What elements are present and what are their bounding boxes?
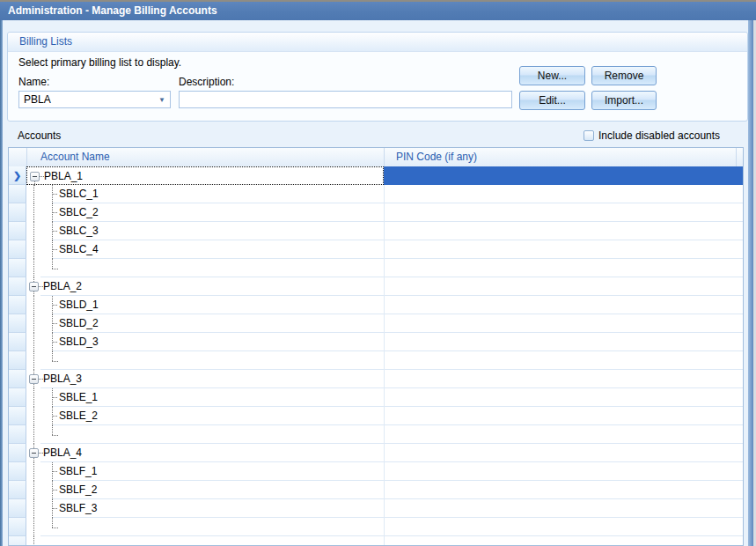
row-content [26,518,743,536]
row-indicator-cell [9,240,26,259]
tree-line [53,231,57,232]
account-name-label: SBLE_2 [59,407,98,425]
instruction-label: Select primary billing list to display. [18,56,181,69]
row-indicator-cell [9,462,26,481]
collapse-icon[interactable] [30,172,40,181]
tree-row-SBLC_3[interactable]: SBLC_3 [9,222,743,240]
grid-indicator-header-cell [9,148,27,166]
account-name-label: PBLA_4 [43,444,82,462]
row-content: PBLA_3 [26,370,743,388]
row-content [26,425,743,444]
column-header-pin-code[interactable]: PIN Code (if any) [390,148,477,166]
account-name-label: SBLE_1 [59,388,98,407]
include-disabled-accounts-label[interactable]: Include disabled accounts [598,129,720,142]
tree-line [33,314,34,333]
account-name-label: SBLC_3 [59,222,99,240]
row-indicator-cell [9,314,26,333]
row-content: SBLF_3 [26,499,743,518]
chevron-down-icon[interactable]: ▼ [158,96,165,104]
tree-line [33,499,34,518]
tree-line [53,342,57,343]
tree-row-PBLA_1[interactable]: ❯PBLA_1 [9,166,743,185]
tree-line [33,388,34,407]
row-indicator-cell [9,481,26,499]
column-header-account-name[interactable]: Account Name [33,148,385,166]
tree-line [52,518,53,528]
tree-row-PBLA_2[interactable]: PBLA_2 [9,277,743,296]
tree-line [52,361,58,362]
tree-row[interactable] [9,425,743,444]
billing-lists-groupbox: Billing Lists Select primary billing lis… [7,32,748,122]
collapse-icon[interactable] [29,448,39,458]
account-name-label: SBLD_3 [59,333,99,351]
tree-line [52,351,53,361]
tree-row-SBLE_2[interactable]: SBLE_2 [9,407,743,425]
manage-billing-accounts-window: Administration - Manage Billing Accounts… [0,0,756,546]
row-content: SBLC_2 [26,203,743,222]
account-name-label: SBLF_2 [59,481,97,499]
account-name-label: PBLA_2 [43,277,82,296]
row-content [26,536,743,545]
collapse-icon[interactable] [29,374,39,384]
new-button[interactable]: New... [519,66,585,85]
remove-button[interactable]: Remove [591,66,657,85]
tree-row-SBLD_1[interactable]: SBLD_1 [9,296,743,314]
selected-pin-cell[interactable] [384,166,743,185]
tree-row-SBLD_3[interactable]: SBLD_3 [9,333,743,351]
tree-row-SBLE_1[interactable]: SBLE_1 [9,388,743,407]
tree-row[interactable] [9,518,743,536]
import-button[interactable]: Import... [591,91,657,110]
account-name-label: SBLD_1 [59,296,99,314]
tree-line [53,490,57,491]
tree-row[interactable] [9,351,743,370]
tree-row-PBLA_3[interactable]: PBLA_3 [9,370,743,388]
billing-list-name-dropdown[interactable]: PBLA ▼ [18,91,171,108]
tree-row-SBLF_3[interactable]: SBLF_3 [9,499,743,518]
row-content: PBLA_2 [26,277,743,296]
account-name-label: PBLA_1 [44,167,83,186]
row-content: SBLD_3 [26,333,743,351]
tree-line [33,407,34,425]
tree-line [53,194,57,195]
row-content: SBLC_1 [26,185,743,203]
column-divider [384,166,385,545]
include-disabled-accounts-checkbox[interactable] [584,130,594,141]
name-label: Name: [18,76,49,88]
row-content [26,351,743,370]
collapse-icon[interactable] [29,282,39,291]
row-content: PBLA_1 [26,166,743,185]
row-indicator-cell: ❯ [9,166,26,185]
row-content: SBLE_2 [26,407,743,425]
row-indicator-cell [9,388,26,407]
tree-row[interactable] [9,259,743,277]
edit-button[interactable]: Edit... [519,91,585,110]
tree-row-SBLC_1[interactable]: SBLC_1 [9,185,743,203]
tree-row-SBLC_2[interactable]: SBLC_2 [9,203,743,222]
tree-row-SBLC_4[interactable]: SBLC_4 [9,240,743,259]
tree-line [33,185,34,203]
row-indicator-cell [9,536,26,545]
tree-row[interactable] [9,536,743,545]
row-indicator-cell [9,518,26,536]
description-label: Description: [179,76,234,88]
tree-line [33,333,34,351]
tree-row-SBLF_2[interactable]: SBLF_2 [9,481,743,499]
tree-row-SBLD_2[interactable]: SBLD_2 [9,314,743,333]
row-indicator-cell [9,277,26,296]
tree-line [33,296,34,314]
grid-header-corner-cell [736,148,743,166]
row-indicator-cell [9,407,26,425]
tree-line [53,212,57,213]
billing-list-name-value: PBLA [24,93,51,106]
tree-line [33,518,34,536]
tree-row-PBLA_4[interactable]: PBLA_4 [9,444,743,462]
tree-line [33,425,34,444]
description-input[interactable] [179,91,512,108]
row-content: SBLC_4 [26,240,743,259]
focused-cell[interactable]: PBLA_1 [26,166,384,185]
window-titlebar[interactable]: Administration - Manage Billing Accounts [0,2,756,20]
tree-line [33,259,34,277]
row-indicator-cell [9,203,26,222]
row-indicator-cell [9,185,26,203]
tree-row-SBLF_1[interactable]: SBLF_1 [9,462,743,481]
